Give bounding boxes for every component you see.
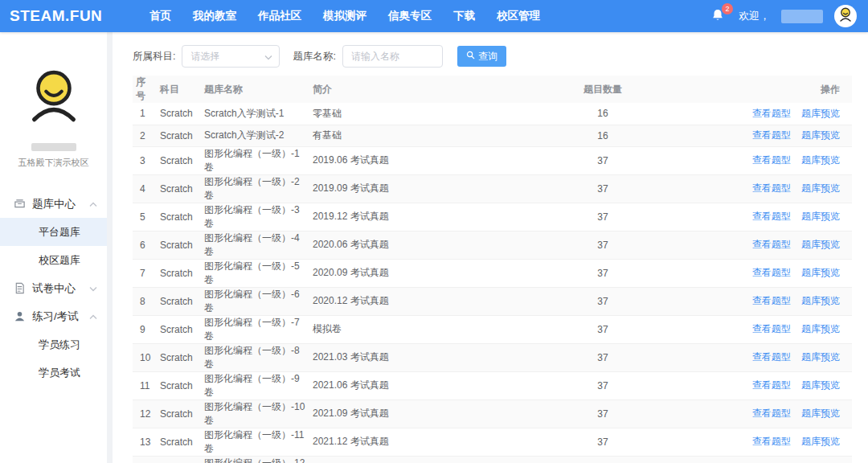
sidebar-item-student-practice[interactable]: 学员练习 [0, 330, 107, 359]
row-actions: 查看题型 题库预览 [667, 287, 852, 315]
row-index: 2 [133, 125, 157, 146]
bank-preview-link[interactable]: 题库预览 [801, 108, 840, 119]
user-avatar[interactable] [834, 5, 857, 27]
row-question-count: 37 [538, 146, 667, 174]
sidebar-item-exam-paper-center[interactable]: 试卷中心 [0, 274, 107, 302]
sidebar-item-student-exam[interactable]: 学员考试 [0, 359, 107, 387]
layout-gutter [107, 32, 113, 463]
view-question-types-link[interactable]: 查看题型 [752, 129, 791, 141]
sidebar-child-label: 学员练习 [39, 338, 80, 352]
table-row: 5 Scratch 图形化编程（一级）-3卷 2019.12 考试真题 37 查… [133, 203, 852, 231]
sidebar-child-label: 平台题库 [39, 225, 80, 240]
bank-preview-link[interactable]: 题库预览 [801, 408, 840, 419]
nav-item-mock-eval[interactable]: 模拟测评 [323, 9, 366, 23]
sidebar-item-campus-bank[interactable]: 校区题库 [0, 246, 107, 274]
row-actions: 查看题型 题库预览 [667, 174, 852, 203]
row-actions: 查看题型 题库预览 [667, 371, 852, 399]
row-bank-name: 图形化编程（一级）-7卷 [201, 315, 309, 343]
bank-preview-link[interactable]: 题库预览 [801, 239, 840, 250]
view-question-types-link[interactable]: 查看题型 [752, 239, 791, 250]
row-index: 4 [133, 174, 157, 203]
nav-item-home[interactable]: 首页 [149, 9, 171, 23]
row-subject: Scratch [157, 399, 201, 428]
row-index: 8 [133, 287, 157, 315]
view-question-types-link[interactable]: 查看题型 [752, 408, 791, 419]
sidebar-item-practice-exam[interactable]: 练习/考试 [0, 302, 107, 330]
row-actions: 查看题型 题库预览 [667, 315, 852, 343]
view-question-types-link[interactable]: 查看题型 [752, 108, 791, 119]
row-bank-name: 图形化编程（一级）-6卷 [201, 287, 309, 315]
bank-preview-link[interactable]: 题库预览 [801, 295, 840, 306]
row-desc: 2019.06 考试真题 [309, 146, 538, 174]
row-index: 12 [133, 399, 157, 428]
view-question-types-link[interactable]: 查看题型 [752, 211, 791, 222]
nav-item-classroom[interactable]: 我的教室 [193, 9, 236, 23]
sidebar-item-platform-bank[interactable]: 平台题库 [0, 218, 107, 246]
sidebar-item-question-bank-center[interactable]: 题库中心 [0, 190, 107, 218]
table-row: 1 Scratch Scratch入学测试-1 零基础 16 查看题型 题库预览 [133, 103, 852, 125]
row-actions: 查看题型 题库预览 [667, 343, 852, 371]
row-question-count: 37 [538, 315, 667, 343]
search-button[interactable]: 查询 [457, 46, 506, 67]
table-row: 10 Scratch 图形化编程（一级）-8卷 2021.03 考试真题 37 … [133, 343, 852, 371]
nav-item-download[interactable]: 下载 [453, 9, 475, 23]
nav-item-olympiad[interactable]: 信奥专区 [388, 9, 432, 23]
row-question-count: 37 [538, 428, 667, 456]
search-button-label: 查询 [478, 50, 497, 64]
welcome-text: 欢迎， [739, 9, 770, 23]
row-subject: Scratch [157, 259, 201, 287]
col-header-index: 序号 [133, 76, 157, 103]
main-nav: 首页 我的教室 作品社区 模拟测评 信奥专区 下载 校区管理 [149, 9, 540, 23]
row-question-count: 37 [538, 203, 667, 231]
view-question-types-link[interactable]: 查看题型 [752, 182, 791, 194]
bank-preview-link[interactable]: 题库预览 [801, 211, 840, 222]
bank-preview-link[interactable]: 题库预览 [801, 351, 840, 363]
main-content: 所属科目: 请选择 题库名称: 查询 序号 科目 [113, 32, 868, 463]
sidebar-item-label: 练习/考试 [32, 309, 79, 324]
view-question-types-link[interactable]: 查看题型 [752, 436, 791, 447]
view-question-types-link[interactable]: 查看题型 [752, 267, 791, 278]
table-row: 9 Scratch 图形化编程（一级）-7卷 模拟卷 37 查看题型 题库预览 [133, 315, 852, 343]
sidebar-item-label: 试卷中心 [32, 281, 76, 296]
table-row: 2 Scratch Scratch入学测试-2 有基础 16 查看题型 题库预览 [133, 125, 852, 146]
subject-select[interactable]: 请选择 [182, 45, 280, 68]
row-question-count: 37 [538, 456, 667, 463]
row-subject: Scratch [157, 456, 201, 463]
bank-preview-link[interactable]: 题库预览 [801, 129, 840, 141]
row-bank-name: 图形化编程（一级）-5卷 [201, 259, 309, 287]
row-desc: 2021.12 考试真题 [309, 428, 538, 456]
bank-preview-link[interactable]: 题库预览 [801, 323, 840, 334]
notification-count-badge: 2 [722, 3, 733, 14]
row-bank-name: 图形化编程（一级）-11卷 [201, 428, 309, 456]
bank-preview-link[interactable]: 题库预览 [801, 154, 840, 166]
row-desc: 2022.03 考试真题 [309, 456, 538, 463]
bank-preview-link[interactable]: 题库预览 [801, 379, 840, 391]
chevron-down-icon [264, 49, 272, 64]
nav-item-community[interactable]: 作品社区 [258, 9, 301, 23]
row-subject: Scratch [157, 315, 201, 343]
chevron-down-icon [89, 282, 97, 294]
bank-preview-link[interactable]: 题库预览 [801, 436, 840, 447]
notification-bell[interactable]: 2 [710, 6, 727, 26]
row-subject: Scratch [157, 428, 201, 456]
bank-name-input[interactable] [342, 45, 443, 68]
view-question-types-link[interactable]: 查看题型 [752, 295, 791, 306]
row-index: 7 [133, 259, 157, 287]
bank-preview-link[interactable]: 题库预览 [801, 182, 840, 194]
row-subject: Scratch [157, 146, 201, 174]
row-actions: 查看题型 题库预览 [667, 203, 852, 231]
subject-select-placeholder: 请选择 [190, 50, 264, 64]
row-actions: 查看题型 题库预览 [667, 428, 852, 456]
nav-item-campus-admin[interactable]: 校区管理 [497, 9, 540, 23]
user-icon [14, 310, 26, 322]
view-question-types-link[interactable]: 查看题型 [752, 154, 791, 166]
view-question-types-link[interactable]: 查看题型 [752, 351, 791, 363]
view-question-types-link[interactable]: 查看题型 [752, 379, 791, 391]
smiley-avatar-icon [836, 5, 855, 27]
view-question-types-link[interactable]: 查看题型 [752, 323, 791, 334]
navbar-right: 2 欢迎， [710, 5, 857, 27]
bank-preview-link[interactable]: 题库预览 [801, 267, 840, 278]
row-subject: Scratch [157, 103, 201, 125]
redacted-account-name [31, 143, 76, 151]
row-bank-name: 图形化编程（一级）-9卷 [201, 371, 309, 399]
